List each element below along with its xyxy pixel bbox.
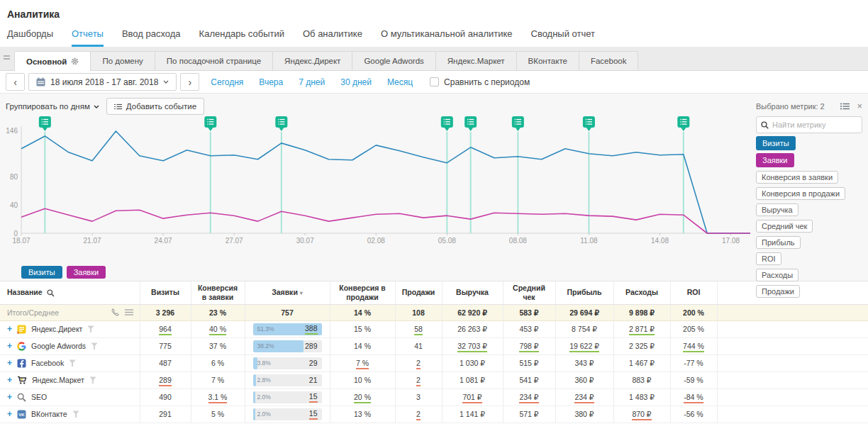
column-header-roi[interactable]: ROI xyxy=(670,281,717,304)
quick-link-3[interactable]: 7 дней xyxy=(299,77,325,87)
event-flag[interactable] xyxy=(441,116,453,131)
column-header-revenue[interactable]: Выручка xyxy=(442,281,503,304)
list-icon[interactable] xyxy=(840,103,850,110)
gear-icon[interactable] xyxy=(71,57,79,65)
filter-icon[interactable] xyxy=(91,342,98,351)
column-header-sales[interactable]: Продажи xyxy=(395,281,442,304)
filter-icon[interactable] xyxy=(87,325,94,334)
row-expand-button[interactable]: + xyxy=(7,409,12,419)
column-header-avg_check[interactable]: Средний чек xyxy=(503,281,555,304)
quick-link-2[interactable]: Вчера xyxy=(259,77,283,87)
event-flag[interactable] xyxy=(677,116,689,131)
menu-icon[interactable] xyxy=(125,309,133,315)
next-period-button[interactable]: › xyxy=(180,73,199,91)
column-header-leads[interactable]: Заявки▾ xyxy=(245,281,330,304)
row-expand-button[interactable]: + xyxy=(7,324,12,334)
report-tab-8[interactable]: Facebook xyxy=(579,51,639,70)
cell-value[interactable]: 2 xyxy=(416,410,421,420)
cell-value[interactable]: 234 ₽ xyxy=(574,393,594,403)
metric-chip-6[interactable]: Средний чек xyxy=(756,220,813,233)
group-by-dropdown[interactable]: Группировать по дням xyxy=(6,102,99,111)
cell-value[interactable]: 32 703 ₽ xyxy=(457,342,487,352)
cell-value[interactable]: 744 % xyxy=(683,342,704,352)
add-event-button[interactable]: Добавить событие xyxy=(106,98,204,115)
cell-value[interactable]: 2 xyxy=(416,376,421,386)
report-tab-2[interactable]: По домену xyxy=(90,51,155,70)
metric-chip-10[interactable]: Продажи xyxy=(756,285,800,298)
channel-name[interactable]: ВКонтакте xyxy=(31,410,67,418)
channel-name[interactable]: Google Adwords xyxy=(31,342,86,350)
nav-item-1[interactable]: Дашборды xyxy=(7,28,53,47)
cell-value[interactable]: 2 xyxy=(416,359,421,369)
metric-chip-5[interactable]: Выручка xyxy=(756,203,799,216)
row-expand-button[interactable]: + xyxy=(7,392,12,402)
channel-name[interactable]: SEO xyxy=(31,393,47,401)
filter-icon[interactable] xyxy=(69,359,76,368)
close-icon[interactable]: × xyxy=(857,101,862,111)
metric-search-input[interactable] xyxy=(772,121,857,129)
nav-item-5[interactable]: Об аналитике xyxy=(303,28,362,47)
phone-icon[interactable] xyxy=(111,308,119,316)
metric-chip-8[interactable]: ROI xyxy=(756,252,781,265)
event-flag[interactable] xyxy=(464,116,477,131)
cell-value[interactable]: 20 % xyxy=(354,393,371,403)
channel-name[interactable]: Яндекс.Маркет xyxy=(32,376,84,384)
channel-name[interactable]: Яндекс.Директ xyxy=(31,325,82,333)
cell-value[interactable]: -84 % xyxy=(684,393,703,403)
nav-item-3[interactable]: Ввод расхода xyxy=(122,28,181,47)
nav-item-4[interactable]: Календарь событий xyxy=(199,28,284,47)
column-header-visits[interactable]: Визиты xyxy=(140,281,191,304)
column-header-conv_leads[interactable]: Конверсия в заявки xyxy=(191,281,245,304)
cell-value[interactable]: 7 % xyxy=(356,359,369,369)
cell-value[interactable]: 58 xyxy=(414,325,423,335)
cell-value[interactable]: 870 ₽ xyxy=(632,410,651,420)
cell-value[interactable]: 964 xyxy=(159,325,172,335)
cell-value[interactable]: 289 xyxy=(159,376,172,386)
row-expand-button[interactable]: + xyxy=(7,358,12,368)
nav-item-6[interactable]: О мультиканальной аналитике xyxy=(381,28,513,47)
cell-value[interactable]: 388 xyxy=(305,324,318,335)
metric-chip-4[interactable]: Конверсия в продажи xyxy=(756,187,845,200)
nav-item-2[interactable]: Отчеты xyxy=(72,28,104,47)
column-header-costs[interactable]: Расходы xyxy=(613,281,670,304)
filter-icon[interactable] xyxy=(72,410,79,419)
legend-chip-1[interactable]: Визиты xyxy=(21,266,62,279)
cell-value[interactable]: 234 ₽ xyxy=(519,393,538,403)
report-tab-3[interactable]: По посадочной странице xyxy=(155,51,273,70)
report-tab-4[interactable]: Яндекс.Директ xyxy=(272,51,352,70)
event-flag[interactable] xyxy=(583,116,595,131)
prev-period-button[interactable]: ‹ xyxy=(6,73,25,91)
report-tab-1[interactable]: Основной xyxy=(14,51,91,71)
tab-list-icon[interactable] xyxy=(4,51,10,64)
event-flag[interactable] xyxy=(512,116,524,131)
column-header-name[interactable]: Название xyxy=(0,281,140,304)
metric-chip-1[interactable]: Визиты xyxy=(756,136,796,150)
cell-value[interactable]: 40 % xyxy=(209,325,226,335)
metric-chip-7[interactable]: Прибыль xyxy=(756,236,801,249)
row-expand-button[interactable]: + xyxy=(7,375,12,385)
metric-chip-3[interactable]: Конверсия в заявки xyxy=(756,171,838,184)
date-range-picker[interactable]: 18 июля 2018 - 17 авг. 2018 xyxy=(28,73,177,91)
metric-chip-9[interactable]: Расходы xyxy=(756,269,799,281)
event-flag[interactable] xyxy=(204,116,216,131)
quick-link-1[interactable]: Сегодня xyxy=(211,77,243,87)
event-flag[interactable] xyxy=(275,116,287,131)
cell-value[interactable]: 701 ₽ xyxy=(462,393,482,403)
filter-icon[interactable] xyxy=(89,376,96,385)
legend-chip-2[interactable]: Заявки xyxy=(67,266,106,279)
cell-value[interactable]: 798 ₽ xyxy=(519,342,538,352)
row-expand-button[interactable]: + xyxy=(7,341,12,351)
cell-value[interactable]: 19 622 ₽ xyxy=(569,342,599,352)
metric-chip-2[interactable]: Заявки xyxy=(756,153,794,167)
column-header-profit[interactable]: Прибыль xyxy=(555,281,613,304)
nav-item-7[interactable]: Сводный отчет xyxy=(531,28,596,47)
quick-link-4[interactable]: 30 дней xyxy=(340,77,372,87)
report-tab-5[interactable]: Google Adwords xyxy=(352,51,435,70)
cell-value[interactable]: 15 xyxy=(309,392,318,403)
event-flag[interactable] xyxy=(39,116,51,131)
cell-value[interactable]: 2 871 ₽ xyxy=(629,325,655,335)
compare-period-checkbox[interactable] xyxy=(430,77,439,86)
report-tab-7[interactable]: ВКонтакте xyxy=(516,51,579,70)
channel-name[interactable]: Facebook xyxy=(31,359,64,367)
report-tab-6[interactable]: Яндекс.Маркет xyxy=(435,51,517,70)
